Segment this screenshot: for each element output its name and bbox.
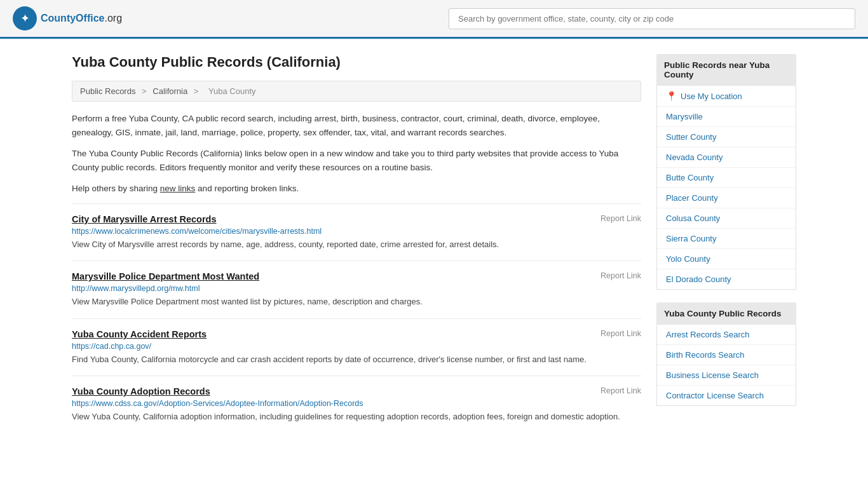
description-2: The Yuba County Public Records (Californ… [72, 147, 641, 174]
report-link[interactable]: Report Link [600, 214, 641, 223]
content-area: Yuba County Public Records (California) … [72, 54, 641, 433]
search-input[interactable] [449, 8, 855, 29]
record-title[interactable]: City of Marysville Arrest Records [72, 214, 217, 224]
report-link[interactable]: Report Link [600, 271, 641, 280]
description-1: Perform a free Yuba County, CA public re… [72, 112, 641, 139]
record-item: Yuba County Adoption Records Report Link… [72, 376, 641, 433]
nearby-list: 📍 Use My Location MarysvilleSutter Count… [656, 86, 796, 290]
page-title: Yuba County Public Records (California) [72, 54, 641, 71]
record-description: View Yuba County, California adoption in… [72, 410, 641, 423]
record-title[interactable]: Yuba County Adoption Records [72, 386, 210, 396]
local-item[interactable]: Arrest Records Search [657, 325, 796, 345]
breadcrumb: Public Records > California > Yuba Count… [72, 81, 641, 102]
site-header: ✦ CountyOffice.org [0, 0, 868, 39]
record-header: City of Marysville Arrest Records Report… [72, 214, 641, 224]
logo-text: CountyOffice.org [41, 13, 122, 24]
nearby-item[interactable]: El Dorado County [657, 269, 796, 289]
local-list: Arrest Records SearchBirth Records Searc… [656, 325, 796, 406]
nearby-item[interactable]: Marysville [657, 107, 796, 127]
record-header: Yuba County Adoption Records Report Link [72, 386, 641, 396]
nearby-item[interactable]: Yolo County [657, 249, 796, 269]
record-url[interactable]: https://cad.chp.ca.gov/ [72, 342, 641, 351]
description-3: Help others by sharing new links and rep… [72, 182, 641, 196]
local-item[interactable]: Business License Search [657, 365, 796, 386]
local-section: Yuba County Public Records Arrest Record… [656, 302, 796, 406]
local-items: Arrest Records SearchBirth Records Searc… [657, 325, 796, 405]
breadcrumb-item-california[interactable]: California [153, 86, 187, 96]
record-description: View City of Marysville arrest records b… [72, 238, 641, 251]
nearby-item[interactable]: Colusa County [657, 208, 796, 229]
main-container: Yuba County Public Records (California) … [59, 39, 809, 449]
sidebar: Public Records near Yuba County 📍 Use My… [656, 54, 796, 433]
record-title[interactable]: Marysville Police Department Most Wanted [72, 271, 259, 281]
record-item: Marysville Police Department Most Wanted… [72, 261, 641, 318]
nearby-item[interactable]: Nevada County [657, 147, 796, 168]
breadcrumb-item-yuba-county: Yuba County [208, 86, 255, 96]
nearby-item[interactable]: Butte County [657, 168, 796, 188]
record-description: Find Yuba County, California motorcycle … [72, 353, 641, 366]
breadcrumb-item-public-records[interactable]: Public Records [80, 86, 135, 96]
nearby-item[interactable]: Sutter County [657, 127, 796, 147]
search-area[interactable] [449, 8, 855, 29]
nearby-section: Public Records near Yuba County 📍 Use My… [656, 54, 796, 290]
nearby-item[interactable]: Placer County [657, 188, 796, 208]
logo-icon: ✦ [13, 6, 37, 30]
use-my-location[interactable]: 📍 Use My Location [657, 86, 796, 107]
record-description: View Marysville Police Department most w… [72, 295, 641, 308]
record-url[interactable]: http://www.marysvillepd.org/mw.html [72, 284, 641, 293]
record-header: Yuba County Accident Reports Report Link [72, 329, 641, 339]
logo[interactable]: ✦ CountyOffice.org [13, 6, 122, 30]
nearby-items: MarysvilleSutter CountyNevada CountyButt… [657, 107, 796, 289]
record-url[interactable]: https://www.localcrimenews.com/welcome/c… [72, 227, 641, 236]
location-icon: 📍 [666, 91, 677, 101]
new-links-link[interactable]: new links [160, 184, 196, 193]
nearby-heading: Public Records near Yuba County [656, 54, 796, 86]
local-heading: Yuba County Public Records [656, 302, 796, 325]
report-link[interactable]: Report Link [600, 386, 641, 395]
local-item[interactable]: Birth Records Search [657, 345, 796, 365]
report-link[interactable]: Report Link [600, 329, 641, 338]
record-title[interactable]: Yuba County Accident Reports [72, 329, 207, 339]
record-header: Marysville Police Department Most Wanted… [72, 271, 641, 281]
local-item[interactable]: Contractor License Search [657, 386, 796, 405]
record-url[interactable]: https://www.cdss.ca.gov/Adoption-Service… [72, 399, 641, 408]
nearby-item[interactable]: Sierra County [657, 229, 796, 249]
records-list: City of Marysville Arrest Records Report… [72, 203, 641, 433]
record-item: City of Marysville Arrest Records Report… [72, 203, 641, 261]
record-item: Yuba County Accident Reports Report Link… [72, 318, 641, 376]
